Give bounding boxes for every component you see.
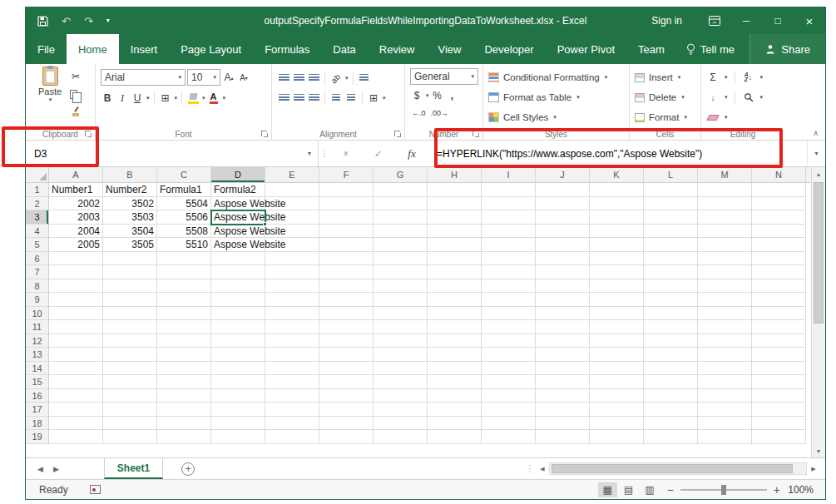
cell-G17[interactable] <box>373 403 428 417</box>
cell-H19[interactable] <box>428 430 482 444</box>
cell-N14[interactable] <box>752 362 806 376</box>
font-name-select[interactable]: Arial▾ <box>101 69 186 86</box>
cell-B12[interactable] <box>103 334 157 348</box>
decrease-indent-button[interactable] <box>329 91 343 106</box>
underline-button[interactable]: U <box>131 91 144 106</box>
cell-C18[interactable] <box>157 417 211 431</box>
cell-I13[interactable] <box>482 348 536 362</box>
align-top-button[interactable] <box>277 71 290 86</box>
cell-F10[interactable] <box>319 307 373 321</box>
sheet-nav-right-icon[interactable]: ▶ <box>48 465 64 473</box>
cell-A10[interactable] <box>49 307 103 321</box>
cell-M6[interactable] <box>698 252 752 266</box>
column-header-B[interactable]: B <box>103 167 157 182</box>
cell-B9[interactable] <box>103 293 157 307</box>
column-header-M[interactable]: M <box>698 167 752 182</box>
cell-A13[interactable] <box>49 348 103 362</box>
cell-I12[interactable] <box>482 334 536 348</box>
cell-I11[interactable] <box>482 320 536 334</box>
tab-data[interactable]: Data <box>321 34 367 64</box>
cell-F7[interactable] <box>319 265 373 279</box>
cell-K1[interactable] <box>590 183 644 197</box>
cell-J11[interactable] <box>536 320 590 334</box>
cell-B5[interactable]: 3505 <box>103 238 157 252</box>
cell-B10[interactable] <box>103 307 157 321</box>
align-left-button[interactable] <box>277 91 290 106</box>
fill-handle[interactable] <box>263 222 267 226</box>
cell-N18[interactable] <box>752 417 806 431</box>
cell-A12[interactable] <box>49 334 103 348</box>
row-header-12[interactable]: 12 <box>26 334 49 348</box>
cell-B16[interactable] <box>103 389 157 403</box>
font-size-select[interactable]: 10▾ <box>187 69 220 86</box>
row-header-7[interactable]: 7 <box>26 265 49 279</box>
vertical-scroll-thumb[interactable] <box>814 182 824 324</box>
cell-D3[interactable]: Aspose Website <box>211 210 265 225</box>
cell-B15[interactable] <box>103 375 157 389</box>
cell-E6[interactable] <box>265 252 319 266</box>
scroll-right-button[interactable]: ▶ <box>807 462 820 475</box>
cell-H14[interactable] <box>428 362 482 376</box>
cell-B3[interactable]: 3503 <box>103 210 157 225</box>
cell-A5[interactable]: 2005 <box>49 238 103 252</box>
merge-center-button[interactable]: ⊞ <box>367 91 380 106</box>
cell-E19[interactable] <box>265 430 319 444</box>
decrease-decimal-button[interactable]: .00→ <box>429 109 451 117</box>
zoom-in-button[interactable]: + <box>767 483 787 497</box>
grow-font-button[interactable]: A▴ <box>222 70 235 85</box>
sort-filter-button[interactable]: AZ↓ <box>742 70 755 85</box>
cell-B19[interactable] <box>103 430 157 444</box>
cell-B4[interactable]: 3504 <box>103 225 157 239</box>
cell-F16[interactable] <box>319 389 373 403</box>
format-cells-button[interactable]: Format ▾ <box>635 107 695 127</box>
cell-H2[interactable] <box>428 197 482 211</box>
cell-M9[interactable] <box>698 293 752 307</box>
cell-H4[interactable] <box>428 225 482 239</box>
cell-G2[interactable] <box>373 197 428 211</box>
column-header-A[interactable]: A <box>49 167 103 182</box>
cell-D6[interactable] <box>211 252 265 266</box>
cell-M16[interactable] <box>698 389 752 403</box>
cell-A4[interactable]: 2004 <box>49 225 103 239</box>
cell-E15[interactable] <box>265 375 319 389</box>
qat-customize-button[interactable]: ▾ <box>106 17 110 24</box>
cell-D14[interactable] <box>211 362 265 376</box>
cell-L16[interactable] <box>644 389 698 403</box>
row-header-2[interactable]: 2 <box>26 197 49 211</box>
shrink-font-button[interactable]: A▾ <box>237 70 250 85</box>
tab-home[interactable]: Home <box>67 34 119 64</box>
cell-I14[interactable] <box>482 362 536 376</box>
cell-A19[interactable] <box>49 430 103 444</box>
cell-J5[interactable] <box>536 238 590 252</box>
cell-C9[interactable] <box>157 293 211 307</box>
cell-J18[interactable] <box>536 417 590 431</box>
cell-C1[interactable]: Formula1 <box>157 183 211 197</box>
cell-J7[interactable] <box>536 265 590 279</box>
cell-N13[interactable] <box>752 348 806 362</box>
cell-I10[interactable] <box>482 307 536 321</box>
row-header-11[interactable]: 11 <box>26 320 49 334</box>
cell-E18[interactable] <box>265 417 319 431</box>
align-bottom-button[interactable] <box>307 71 320 86</box>
minimize-button[interactable]: ─ <box>730 7 762 34</box>
collapse-ribbon-icon[interactable]: ∧ <box>813 129 819 137</box>
cell-K18[interactable] <box>590 417 644 431</box>
cell-C13[interactable] <box>157 348 211 362</box>
row-header-14[interactable]: 14 <box>26 362 49 376</box>
cell-D11[interactable] <box>211 320 265 334</box>
cell-I8[interactable] <box>482 279 536 294</box>
cell-C5[interactable]: 5510 <box>157 238 211 252</box>
undo-button[interactable]: ↶ <box>62 16 71 27</box>
cell-D4[interactable]: Aspose Website <box>211 225 265 239</box>
cell-I15[interactable] <box>482 375 536 389</box>
cell-C7[interactable] <box>157 265 211 279</box>
macro-record-icon[interactable] <box>90 485 101 494</box>
column-header-F[interactable]: F <box>319 167 373 182</box>
cell-H6[interactable] <box>428 252 482 266</box>
cell-L12[interactable] <box>644 334 698 348</box>
align-center-button[interactable] <box>292 91 305 106</box>
vertical-scrollbar[interactable]: ▲ ▼ <box>811 167 825 457</box>
cell-J3[interactable] <box>536 210 590 225</box>
cell-L13[interactable] <box>644 348 698 362</box>
cell-C6[interactable] <box>157 252 211 266</box>
